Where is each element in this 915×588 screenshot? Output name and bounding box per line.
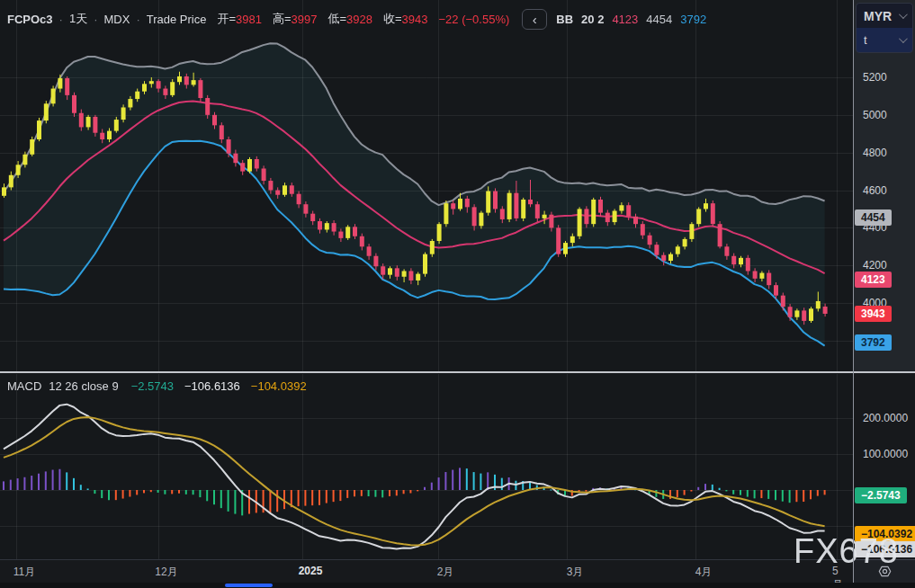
open-value: 3981 bbox=[236, 13, 262, 26]
close-value: 3943 bbox=[402, 13, 428, 26]
price-tick: 4600 bbox=[863, 184, 887, 197]
collapse-indicators-button[interactable]: ‹ bbox=[522, 9, 547, 30]
high-value: 3997 bbox=[292, 13, 318, 26]
trading-chart-app: FCPOc3 · 1天 · MDX · Trade Price 开=3981 高… bbox=[0, 0, 915, 588]
bb-lower-value: 3792 bbox=[680, 13, 706, 26]
bb-upper-value: 4454 bbox=[646, 13, 672, 26]
price-tick: 5200 bbox=[863, 71, 887, 84]
price-label-badge: 3792 bbox=[855, 334, 892, 351]
symbol-name[interactable]: FCPOc3 bbox=[7, 13, 53, 26]
change-value: −22 (−0.55%) bbox=[439, 13, 510, 26]
bb-basis-value: 4123 bbox=[612, 13, 638, 26]
symbol-toolbar: FCPOc3 · 1天 · MDX · Trade Price 开=3981 高… bbox=[7, 7, 706, 31]
separator-dot: · bbox=[94, 13, 97, 26]
separator-dot: · bbox=[59, 13, 63, 26]
macd-tick: 200.0000 bbox=[863, 412, 908, 424]
price-tick: 5000 bbox=[863, 109, 887, 121]
chevron-down-icon bbox=[899, 10, 908, 19]
watermark: FX678 bbox=[794, 532, 899, 571]
bb-params: 20 2 bbox=[581, 13, 604, 26]
open-label: 开= bbox=[217, 11, 236, 27]
currency-selector: MYR t bbox=[856, 3, 913, 53]
unit-value: t bbox=[864, 33, 867, 47]
bottom-scrollbar-track bbox=[0, 583, 915, 588]
low-label: 低= bbox=[327, 11, 346, 27]
price-chart-canvas[interactable] bbox=[0, 0, 854, 372]
macd-params: 12 26 close 9 bbox=[49, 379, 118, 393]
macd-signal-value: −104.0392 bbox=[251, 379, 307, 393]
time-axis-label: 11月 bbox=[13, 565, 35, 580]
bb-name: BB bbox=[556, 13, 573, 26]
bottom-scrollbar-thumb[interactable] bbox=[225, 584, 273, 587]
unit-dropdown[interactable]: t bbox=[857, 28, 912, 52]
low-value: 3928 bbox=[346, 13, 372, 26]
currency-value: MYR bbox=[864, 9, 892, 23]
macd-line-value: −106.6136 bbox=[184, 379, 240, 393]
currency-dropdown[interactable]: MYR bbox=[857, 4, 912, 28]
price-axis[interactable]: MYR t 5200500048004600440042004000200.00… bbox=[854, 0, 915, 588]
time-axis-label: 3月 bbox=[567, 565, 584, 580]
time-axis-label: 4月 bbox=[695, 565, 713, 580]
series-type-label: Trade Price bbox=[147, 13, 207, 26]
macd-chart-canvas[interactable] bbox=[0, 374, 854, 559]
macd-title: MACD bbox=[7, 379, 41, 393]
exchange-label: MDX bbox=[104, 13, 130, 26]
axis-separator[interactable] bbox=[853, 0, 854, 583]
time-axis-label: 12月 bbox=[155, 565, 177, 580]
pane-resize-divider[interactable] bbox=[0, 371, 915, 373]
price-tick: 4800 bbox=[863, 147, 887, 159]
price-label-badge: 4454 bbox=[855, 209, 892, 226]
macd-hist-value: −2.5743 bbox=[131, 379, 174, 393]
time-axis-label: 2月 bbox=[437, 565, 454, 580]
high-label: 高= bbox=[273, 11, 292, 27]
bb-indicator-legend[interactable]: BB 20 2 4123 4454 3792 bbox=[556, 13, 706, 26]
macd-tick: 100.0000 bbox=[863, 448, 908, 460]
time-axis-label: 2025 bbox=[299, 565, 323, 577]
price-label-badge: −2.5743 bbox=[855, 487, 907, 503]
price-label-badge: 3943 bbox=[855, 306, 892, 322]
macd-indicator-legend[interactable]: MACD 12 26 close 9 −2.5743 −106.6136 −10… bbox=[7, 378, 307, 394]
price-tick: 4200 bbox=[863, 259, 887, 272]
chevron-down-icon bbox=[899, 34, 908, 43]
time-axis[interactable]: 11月12月20252月3月4月5月 bbox=[0, 559, 854, 583]
interval-label[interactable]: 1天 bbox=[69, 11, 87, 27]
chevron-left-icon: ‹ bbox=[533, 12, 537, 27]
close-label: 收= bbox=[383, 11, 402, 27]
separator-dot: · bbox=[136, 13, 139, 26]
price-label-badge: 4123 bbox=[855, 272, 892, 288]
